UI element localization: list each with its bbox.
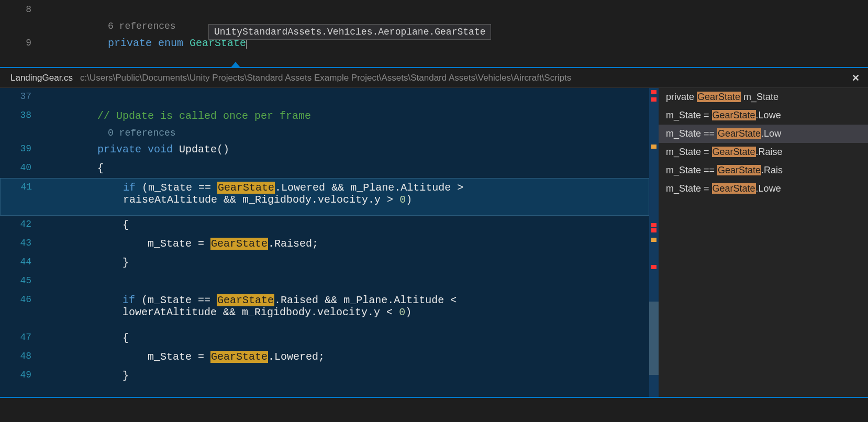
code-line-37: 37	[0, 88, 649, 107]
code-line-45: 45	[0, 272, 649, 291]
top-editor-pane: 8 UnityStandardAssets.Vehicles.Aeroplane…	[0, 0, 868, 67]
code-line-39: 39 private void Update()	[0, 140, 649, 159]
marker-error[interactable]	[651, 97, 656, 102]
reference-item[interactable]: m_State = GearState.Raise	[659, 143, 868, 161]
references-list: private GearState m_State m_State = Gear…	[659, 88, 868, 397]
reference-item[interactable]: m_State = GearState.Lowe	[659, 180, 868, 198]
peek-filename[interactable]: LandingGear.cs	[10, 73, 73, 83]
close-icon[interactable]: ✕	[852, 72, 860, 84]
code-line-44: 44 }	[0, 253, 649, 272]
reference-item[interactable]: private GearState m_State	[659, 88, 868, 106]
code-line-49: 49 }	[0, 367, 649, 385]
code-line-43: 43 m_State = GearState.Raised;	[0, 235, 649, 253]
code-line-42: 42 {	[0, 216, 649, 235]
code-line-38: 38 // Update is called once per frame	[0, 107, 649, 126]
reference-item[interactable]: m_State == GearState.Rais	[659, 161, 868, 180]
highlight-gearstate: GearState	[217, 294, 274, 306]
reference-item-selected[interactable]: m_State == GearState.Low	[659, 125, 868, 143]
marker-highlight[interactable]	[651, 238, 656, 242]
marker-error[interactable]	[651, 223, 656, 227]
peek-file-header: LandingGear.cs c:\Users\Public\Documents…	[0, 68, 868, 88]
highlight-gearstate: GearState	[210, 238, 268, 250]
reference-item[interactable]: m_State = GearState.Lowe	[659, 106, 868, 125]
pane-separator	[0, 397, 868, 398]
codelens-references[interactable]: 0 references	[0, 126, 649, 140]
marker-error[interactable]	[651, 228, 656, 232]
code-line-47: 47 {	[0, 329, 649, 348]
line-number: 8	[0, 4, 47, 15]
marker-highlight[interactable]	[651, 145, 656, 149]
line-number: 9	[0, 38, 47, 48]
highlight-gearstate: GearState	[217, 182, 275, 194]
code-line-48: 48 m_State = GearState.Lowered;	[0, 348, 649, 367]
code-line-41-highlighted[interactable]: 41 if (m_State == GearState.Lowered && m…	[0, 178, 649, 216]
marker-error[interactable]	[651, 265, 656, 269]
code-line-46: 46 if (m_State == GearState.Raised && m_…	[0, 291, 649, 329]
highlight-gearstate: GearState	[210, 351, 268, 363]
hover-tooltip: UnityStandardAssets.Vehicles.Aeroplane.G…	[208, 24, 491, 40]
scrollbar[interactable]	[649, 88, 659, 397]
peek-filepath: c:\Users\Public\Documents\Unity Projects…	[80, 73, 571, 83]
peek-editor[interactable]: 37 38 // Update is called once per frame…	[0, 88, 649, 397]
marker-error[interactable]	[651, 90, 656, 94]
code-line-40: 40 {	[0, 159, 649, 178]
code-line-8: 8	[0, 0, 868, 19]
peek-definition-pane: 37 38 // Update is called once per frame…	[0, 88, 868, 397]
scroll-thumb[interactable]	[649, 302, 659, 375]
peek-pointer-icon	[230, 62, 241, 68]
